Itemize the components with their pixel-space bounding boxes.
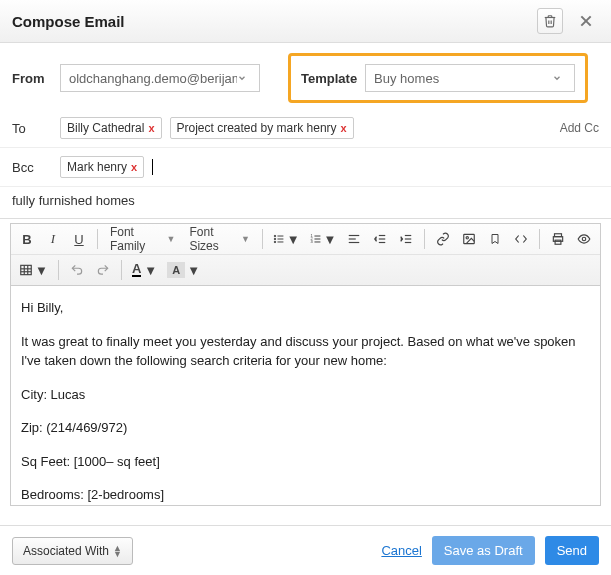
svg-point-6: [274, 241, 275, 242]
separator: [97, 229, 98, 249]
svg-point-4: [274, 238, 275, 239]
toolbar-row-1: B I U Font Family ▼ Font Sizes ▼ ▼ 123 ▼: [11, 224, 600, 254]
font-family-label: Font Family: [110, 225, 163, 253]
body-bedrooms: Bedrooms: [2-bedrooms]: [21, 485, 590, 505]
bcc-label: Bcc: [12, 160, 52, 175]
font-family-select[interactable]: Font Family ▼: [104, 227, 182, 251]
italic-button[interactable]: I: [41, 227, 65, 251]
bcc-row: Bcc Mark henry x: [0, 148, 611, 187]
svg-rect-29: [21, 265, 32, 274]
trash-icon: [543, 14, 557, 28]
cancel-link[interactable]: Cancel: [381, 543, 421, 558]
recipient-name: Mark henry: [67, 160, 127, 174]
recipient-chip[interactable]: Mark henry x: [60, 156, 144, 178]
eye-icon: [576, 232, 592, 246]
to-label: To: [12, 121, 52, 136]
text-color-button[interactable]: A ▼: [128, 258, 161, 282]
editor-toolbar: B I U Font Family ▼ Font Sizes ▼ ▼ 123 ▼: [10, 223, 601, 286]
from-label: From: [12, 71, 52, 86]
font-size-label: Font Sizes: [189, 225, 236, 253]
close-button[interactable]: [573, 8, 599, 34]
table-button[interactable]: ▼: [15, 258, 52, 282]
align-left-icon: [347, 232, 361, 246]
subject-row: [0, 187, 611, 219]
body-paragraph: It was great to finally meet you yesterd…: [21, 332, 590, 371]
print-button[interactable]: [546, 227, 570, 251]
indent-icon: [399, 232, 413, 246]
associated-with-button[interactable]: Associated With ▲▼: [12, 537, 133, 565]
add-cc-link[interactable]: Add Cc: [560, 121, 599, 135]
chevron-down-icon: ▼: [241, 234, 250, 244]
separator: [58, 260, 59, 280]
svg-point-24: [466, 237, 468, 239]
highlight-color-button[interactable]: A ▼: [163, 258, 204, 282]
svg-text:3: 3: [310, 239, 313, 244]
chevron-down-icon: ▼: [167, 234, 176, 244]
image-icon: [462, 232, 476, 246]
close-icon: [578, 13, 594, 29]
print-icon: [551, 232, 565, 246]
from-value: oldchanghang.demo@berijam.: [69, 71, 237, 86]
outdent-icon: [373, 232, 387, 246]
recipient-chip[interactable]: Project created by mark henry x: [170, 117, 354, 139]
link-button[interactable]: [431, 227, 455, 251]
save-draft-button[interactable]: Save as Draft: [432, 536, 535, 565]
numbered-list-button[interactable]: 123 ▼: [306, 227, 341, 251]
link-icon: [436, 232, 450, 246]
chevron-down-icon: ▼: [144, 263, 157, 278]
indent-button[interactable]: [394, 227, 418, 251]
chevron-down-icon: ▼: [187, 263, 200, 278]
recipient-chip[interactable]: Billy Cathedral x: [60, 117, 162, 139]
align-left-button[interactable]: [342, 227, 366, 251]
dialog-footer: Associated With ▲▼ Cancel Save as Draft …: [0, 525, 611, 575]
bold-button[interactable]: B: [15, 227, 39, 251]
redo-button[interactable]: [91, 258, 115, 282]
template-value: Buy homes: [374, 71, 552, 86]
separator: [121, 260, 122, 280]
redo-icon: [96, 263, 110, 277]
remove-recipient-icon[interactable]: x: [148, 122, 154, 134]
from-select[interactable]: oldchanghang.demo@berijam.: [60, 64, 260, 92]
bookmark-button[interactable]: [483, 227, 507, 251]
email-body-editor[interactable]: Hi Billy, It was great to finally meet y…: [10, 286, 601, 506]
separator: [424, 229, 425, 249]
font-size-select[interactable]: Font Sizes ▼: [183, 227, 255, 251]
subject-input[interactable]: [12, 189, 599, 212]
template-group: Template Buy homes: [288, 53, 588, 103]
image-button[interactable]: [457, 227, 481, 251]
undo-button[interactable]: [65, 258, 89, 282]
associated-with-label: Associated With: [23, 544, 109, 558]
send-button[interactable]: Send: [545, 536, 599, 565]
separator: [539, 229, 540, 249]
to-row: To Billy Cathedral x Project created by …: [0, 113, 611, 148]
delete-button[interactable]: [537, 8, 563, 34]
remove-recipient-icon[interactable]: x: [341, 122, 347, 134]
chevron-down-icon: ▼: [323, 232, 336, 247]
chevron-down-icon: ▼: [287, 232, 300, 247]
chevron-down-icon: [552, 73, 568, 83]
underline-button[interactable]: U: [67, 227, 91, 251]
remove-recipient-icon[interactable]: x: [131, 161, 137, 173]
table-icon: [19, 263, 33, 277]
svg-point-28: [582, 237, 586, 241]
chevron-down-icon: [237, 73, 253, 83]
undo-icon: [70, 263, 84, 277]
svg-point-2: [274, 235, 275, 236]
body-sqft: Sq Feet: [1000– sq feet]: [21, 452, 590, 472]
outdent-button[interactable]: [368, 227, 392, 251]
sort-icon: ▲▼: [113, 545, 122, 557]
bullet-list-icon: [273, 232, 285, 246]
code-button[interactable]: [509, 227, 533, 251]
template-select[interactable]: Buy homes: [365, 64, 575, 92]
numbered-list-icon: 123: [310, 232, 322, 246]
dialog-title: Compose Email: [12, 13, 125, 30]
code-icon: [513, 232, 529, 246]
bookmark-icon: [489, 232, 501, 246]
body-city: City: Lucas: [21, 385, 590, 405]
bullet-list-button[interactable]: ▼: [269, 227, 304, 251]
text-cursor: [152, 159, 153, 175]
dialog-header: Compose Email: [0, 0, 611, 43]
chevron-down-icon: ▼: [35, 263, 48, 278]
template-label: Template: [301, 71, 357, 86]
preview-button[interactable]: [572, 227, 596, 251]
